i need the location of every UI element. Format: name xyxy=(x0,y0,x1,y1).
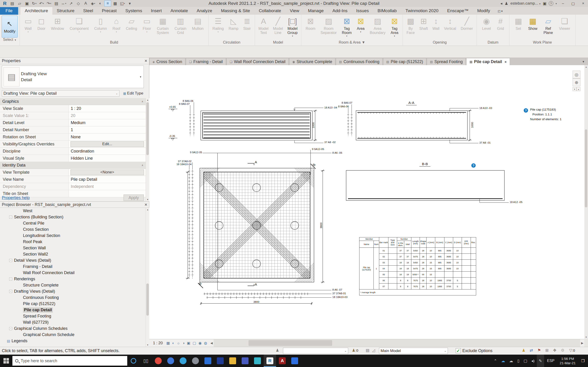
browser-item-longitudinal-section[interactable]: Longitudinal Section xyxy=(0,233,145,239)
unpin-icon[interactable]: ⊞ xyxy=(545,348,548,353)
tag-area-button[interactable]: ⊠TagArea▾ xyxy=(390,16,399,38)
ribbon-tab-massing-site[interactable]: Massing & Site xyxy=(216,7,254,15)
browser-item-section-wall2[interactable]: Section Wall2 xyxy=(0,251,145,257)
customize-quick-access-icon[interactable]: ▾ xyxy=(126,0,133,6)
users-icon[interactable]: ♟ xyxy=(505,1,508,6)
file-explorer-taskbar-icon[interactable] xyxy=(226,355,239,367)
show-crop-icon[interactable]: ▢ xyxy=(193,341,196,345)
design-options-icon[interactable]: ◿ xyxy=(372,348,375,353)
properties-filter-combo[interactable]: Drafting View: Pile cap Detail⌄ xyxy=(2,90,120,97)
help-badge-icon[interactable]: ? xyxy=(471,163,476,168)
project-browser-scrollbar[interactable]: ▲ ▼ xyxy=(146,208,149,347)
tag-area-dropdown-icon[interactable]: ▾ xyxy=(394,35,395,37)
property-value[interactable]: Hidden Line xyxy=(69,155,146,162)
undo-icon[interactable]: ↶▾ xyxy=(38,0,45,6)
start-button[interactable] xyxy=(0,355,12,367)
thin-lines-icon[interactable]: ≡ xyxy=(104,0,111,6)
modify-button[interactable]: ↖ Modify xyxy=(2,16,18,38)
ribbon-tab-collaborate[interactable]: Collaborate xyxy=(254,7,285,15)
type-selector[interactable]: ▤ Drafting View Detail ▾ xyxy=(2,66,144,88)
open-icon[interactable]: ▱ xyxy=(16,0,23,6)
browser-item-legends[interactable]: ▤Legends xyxy=(0,338,145,344)
apply-button[interactable]: Apply xyxy=(124,194,144,201)
ref-plane-button[interactable]: ▱RefPlane xyxy=(543,16,554,35)
minimize-button[interactable]: – xyxy=(559,0,567,7)
shadows-icon[interactable]: ◑ xyxy=(182,341,185,345)
browser-item-detail-views-detail-[interactable]: −Detail Views (Detail) xyxy=(0,257,145,264)
worksets-icon[interactable]: ♟ xyxy=(276,348,279,353)
view-tab-structure-complete[interactable]: ◉Structure Complete xyxy=(289,58,335,65)
switch-windows-dropdown-icon[interactable]: ▾ xyxy=(124,2,125,5)
properties-scrollbar[interactable]: ▲ ▼ xyxy=(146,98,149,201)
property-value[interactable]: Independent xyxy=(69,183,146,190)
redo-dropdown-icon[interactable]: ▾ xyxy=(50,2,51,5)
browser-item-section-wall[interactable]: Section Wall xyxy=(0,245,145,251)
properties-close-icon[interactable]: ✕ xyxy=(145,59,147,63)
measure-icon[interactable]: ↔▾ xyxy=(60,0,67,6)
browser-item-continuous-footing[interactable]: Continuous Footing xyxy=(0,294,145,301)
browser-item-sections-building-section-[interactable]: −Sections (Building Section) xyxy=(0,214,145,220)
ribbon-tab-add-ins[interactable]: Add-Ins xyxy=(328,7,352,15)
zoom-tool-icon[interactable]: ⊕ xyxy=(573,78,580,86)
panel-display-toggle[interactable]: ◰▾ xyxy=(498,9,503,15)
notification-center-icon[interactable]: ❒ xyxy=(578,355,588,367)
exclude-options-checkbox[interactable]: ✓ Exclude Options xyxy=(456,348,493,353)
chrome-taskbar-icon[interactable] xyxy=(152,355,164,367)
property-value[interactable]: Medium xyxy=(69,119,146,126)
collapse-icon[interactable]: − xyxy=(9,259,12,262)
scroll-right-icon[interactable]: ▶ xyxy=(580,341,584,345)
onedrive-personal-icon[interactable]: ☁ xyxy=(507,359,515,363)
type-selector-dropdown-icon[interactable]: ▾ xyxy=(140,75,141,78)
view-tab-list-icon[interactable]: ▼ xyxy=(582,60,585,65)
scroll-left-icon[interactable]: ◀ xyxy=(209,341,214,345)
reveal-hidden-icon[interactable]: ◍ xyxy=(204,341,207,345)
sun-path-icon[interactable]: ☼ xyxy=(177,341,180,345)
ribbon-tab-file[interactable]: File xyxy=(0,7,18,15)
browser-item-cross-section[interactable]: Cross Section xyxy=(0,226,145,233)
detail-level-icon[interactable]: ▦ xyxy=(166,341,170,345)
worksharing-display-icon[interactable]: ▤ xyxy=(366,348,369,353)
browser-item-pile-cap-512522-[interactable]: Pile cap (512522) xyxy=(0,301,145,307)
browser-item-pile-cap-detail[interactable]: Pile cap Detail xyxy=(0,307,145,313)
view-tab-spread-footing[interactable]: ▤Spread Footing xyxy=(427,58,466,65)
browser-item-renderings[interactable]: −Renderings xyxy=(0,276,145,282)
close-button[interactable]: × xyxy=(579,0,587,7)
restore-button[interactable]: ▢ xyxy=(569,0,577,7)
skype-taskbar-icon[interactable] xyxy=(177,355,189,367)
ribbon-tab-enscape-[interactable]: Enscape™ xyxy=(443,7,473,15)
edge-taskbar-icon[interactable] xyxy=(164,355,177,367)
collapse-icon[interactable]: − xyxy=(9,327,12,330)
browser-item-west[interactable]: West xyxy=(0,208,145,214)
section-collapse-icon[interactable]: ∧ xyxy=(141,100,143,103)
nav-option-icon[interactable]: ▴ xyxy=(577,87,580,91)
steering-wheel-icon[interactable]: ◎ xyxy=(573,71,580,78)
filter-icon[interactable]: ▽:0 xyxy=(569,348,575,353)
browser-item-wall-627729-[interactable]: Wall (627729) xyxy=(0,319,145,325)
ribbon-tab-precast[interactable]: Precast xyxy=(97,7,121,15)
area-button[interactable]: ⊠Area▾ xyxy=(356,16,365,33)
battery-icon[interactable]: ▯ xyxy=(515,359,521,363)
panel-label-datum[interactable]: Datum xyxy=(477,40,509,46)
background-processes-icon[interactable]: ⇄ xyxy=(530,348,533,353)
undo-dropdown-icon[interactable]: ▾ xyxy=(43,2,44,5)
network-icon[interactable]: ▢ xyxy=(521,359,529,363)
text-icon[interactable]: A xyxy=(82,0,89,6)
cortana-icon[interactable] xyxy=(127,355,140,367)
view-tab-continuous-footing[interactable]: ▤Continuous Footing xyxy=(336,58,382,65)
collapse-icon[interactable]: − xyxy=(9,216,12,219)
photos-taskbar-icon[interactable] xyxy=(288,355,301,367)
ribbon-tab-bimcollab[interactable]: BIMcollab xyxy=(373,7,401,15)
browser-item-roof-peak[interactable]: Roof Peak xyxy=(0,239,145,245)
ribbon-tab-analyze[interactable]: Analyze xyxy=(192,7,216,15)
drag-select-icon[interactable]: ✥ xyxy=(553,348,556,353)
properties-section-graphics[interactable]: Graphics∧ xyxy=(0,98,146,105)
view-tab-pile-cap-detail[interactable]: ▤Pile cap Detail× xyxy=(466,58,510,65)
tag-room-dropdown-icon[interactable]: ▾ xyxy=(346,35,347,37)
collapse-icon[interactable]: − xyxy=(9,277,12,281)
task-view-icon[interactable]: ▯▯ xyxy=(140,355,152,367)
project-browser-close-icon[interactable]: ✕ xyxy=(145,202,147,207)
ribbon-tab-structure[interactable]: Structure xyxy=(52,7,79,15)
aligned-dimension-icon[interactable]: ↗ xyxy=(68,0,74,6)
property-value[interactable]: None xyxy=(69,133,146,140)
revit-menu-icon[interactable]: R xyxy=(1,0,8,6)
